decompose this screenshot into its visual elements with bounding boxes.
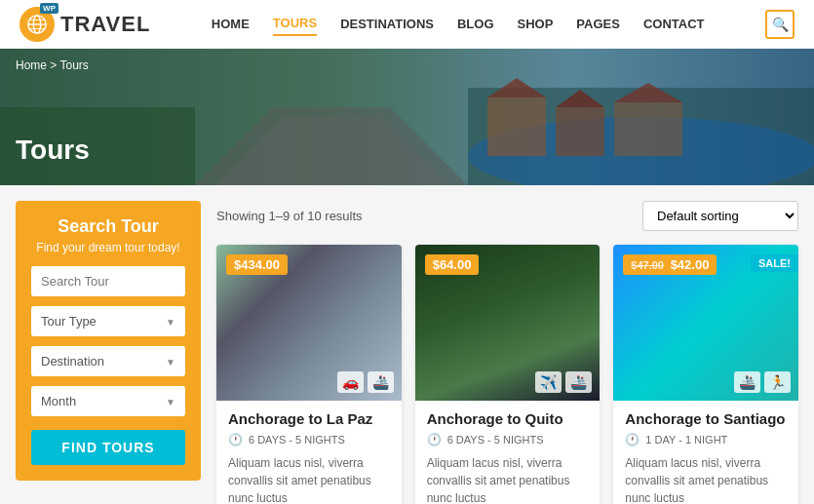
card-meta-2: 🕐 6 DAYS - 5 NIGHTS xyxy=(427,433,589,446)
card-title-2: Anchorage to Quito xyxy=(427,410,589,427)
card-duration-2: 6 DAYS - 5 NIGHTS xyxy=(447,434,544,446)
breadcrumb-separator: > xyxy=(50,58,59,72)
search-button[interactable]: 🔍 xyxy=(765,10,795,39)
price-original-3: $47.00 xyxy=(631,259,664,271)
nav-contact[interactable]: CONTACT xyxy=(643,13,705,35)
tour-card-3: $47.00 $42.00 SALE! 🚢 🏃 Anchorage to San… xyxy=(613,245,798,504)
price-current-3: $42.00 xyxy=(671,257,710,272)
content-area: Showing 1–9 of 10 results Default sortin… xyxy=(216,201,798,504)
hike-icon: 🏃 xyxy=(764,371,791,393)
card-icons-3: 🚢 🏃 xyxy=(734,371,791,393)
plane-icon: ✈️ xyxy=(535,371,562,393)
nav-pages[interactable]: PAGES xyxy=(576,13,620,35)
breadcrumb-current: Tours xyxy=(59,58,88,72)
price-tag-2: $64.00 xyxy=(425,254,480,275)
destination-wrapper: Destination Anchorage La Paz Quito Santi… xyxy=(31,346,185,376)
car-icon: 🚗 xyxy=(337,371,364,393)
card-meta-3: 🕐 1 DAY - 1 NIGHT xyxy=(625,433,787,446)
page-title: Tours xyxy=(16,135,90,166)
card-icons-2: ✈️ 🚢 xyxy=(535,371,592,393)
card-icons-1: 🚗 🚢 xyxy=(337,371,394,393)
find-tours-button[interactable]: FIND TOURS xyxy=(31,430,185,465)
destination-select[interactable]: Destination Anchorage La Paz Quito Santi… xyxy=(31,346,185,376)
clock-icon-2: 🕐 xyxy=(427,433,442,446)
ship-icon-2: 🚢 xyxy=(565,371,592,393)
sort-select[interactable]: Default sorting Sort by popularity Sort … xyxy=(642,201,798,231)
card-desc-2: Aliquam lacus nisl, viverra convallis si… xyxy=(427,454,589,504)
search-box-title: Search Tour xyxy=(31,216,185,237)
card-image-1: $434.00 🚗 🚢 xyxy=(216,245,402,401)
main-nav: HOME TOURS DESTINATIONS BLOG SHOP PAGES … xyxy=(212,12,705,36)
card-body-3: Anchorage to Santiago 🕐 1 DAY - 1 NIGHT … xyxy=(613,401,798,504)
card-desc-3: Aliquam lacus nisl, viverra convallis si… xyxy=(625,454,787,504)
nav-destinations[interactable]: DESTINATIONS xyxy=(340,13,434,35)
month-select[interactable]: Month January February March April May J… xyxy=(31,386,185,416)
card-desc-1: Aliquam lacus nisl, viverra convallis si… xyxy=(228,454,390,504)
ship-icon: 🚢 xyxy=(368,371,394,393)
tour-cards: $434.00 🚗 🚢 Anchorage to La Paz 🕐 6 DAYS… xyxy=(216,245,798,504)
logo: WP TRAVEL xyxy=(19,7,150,42)
search-input[interactable] xyxy=(31,266,185,296)
hero-section: Home > Tours Tours xyxy=(0,49,814,185)
search-box: Search Tour Find your dream tour today! … xyxy=(16,201,201,481)
main-content: Search Tour Find your dream tour today! … xyxy=(0,185,814,504)
results-count: Showing 1–9 of 10 results xyxy=(216,209,363,223)
tour-card-2: $64.00 ✈️ 🚢 Anchorage to Quito 🕐 6 DAYS … xyxy=(415,245,601,504)
logo-icon: WP xyxy=(19,7,55,42)
tour-type-select[interactable]: Tour Type Adventure Beach Cultural Wildl… xyxy=(31,306,185,336)
nav-blog[interactable]: BLOG xyxy=(457,13,494,35)
card-body-2: Anchorage to Quito 🕐 6 DAYS - 5 NIGHTS A… xyxy=(415,401,601,504)
sidebar: Search Tour Find your dream tour today! … xyxy=(16,201,201,504)
card-body-1: Anchorage to La Paz 🕐 6 DAYS - 5 NIGHTS … xyxy=(216,401,402,504)
tour-type-wrapper: Tour Type Adventure Beach Cultural Wildl… xyxy=(31,306,185,336)
content-header: Showing 1–9 of 10 results Default sortin… xyxy=(216,201,798,231)
card-meta-1: 🕐 6 DAYS - 5 NIGHTS xyxy=(228,433,390,446)
card-image-3: $47.00 $42.00 SALE! 🚢 🏃 xyxy=(613,245,798,401)
nav-shop[interactable]: SHOP xyxy=(518,13,554,35)
card-title-1: Anchorage to La Paz xyxy=(228,410,390,427)
clock-icon-3: 🕐 xyxy=(625,433,640,446)
card-duration-1: 6 DAYS - 5 NIGHTS xyxy=(249,434,345,446)
card-title-3: Anchorage to Santiago xyxy=(625,410,787,427)
tour-card-1: $434.00 🚗 🚢 Anchorage to La Paz 🕐 6 DAYS… xyxy=(216,245,402,504)
card-duration-3: 1 DAY - 1 NIGHT xyxy=(645,434,727,446)
card-image-2: $64.00 ✈️ 🚢 xyxy=(415,245,601,401)
breadcrumb-home[interactable]: Home xyxy=(16,58,47,72)
nav-tours[interactable]: TOURS xyxy=(273,12,317,36)
clock-icon-1: 🕐 xyxy=(228,433,243,446)
breadcrumb: Home > Tours xyxy=(16,58,89,72)
month-wrapper: Month January February March April May J… xyxy=(31,386,185,416)
header: WP TRAVEL HOME TOURS DESTINATIONS BLOG S… xyxy=(0,0,814,49)
sale-badge-3: SALE! xyxy=(751,254,798,272)
price-tag-1: $434.00 xyxy=(226,254,288,275)
search-box-subtitle: Find your dream tour today! xyxy=(31,241,185,254)
nav-home[interactable]: HOME xyxy=(212,13,250,35)
svg-rect-15 xyxy=(0,49,814,185)
logo-text: TRAVEL xyxy=(60,12,150,37)
ship-icon-3: 🚢 xyxy=(734,371,760,393)
logo-wp-badge: WP xyxy=(40,3,58,14)
price-tag-3: $47.00 $42.00 xyxy=(623,254,717,275)
